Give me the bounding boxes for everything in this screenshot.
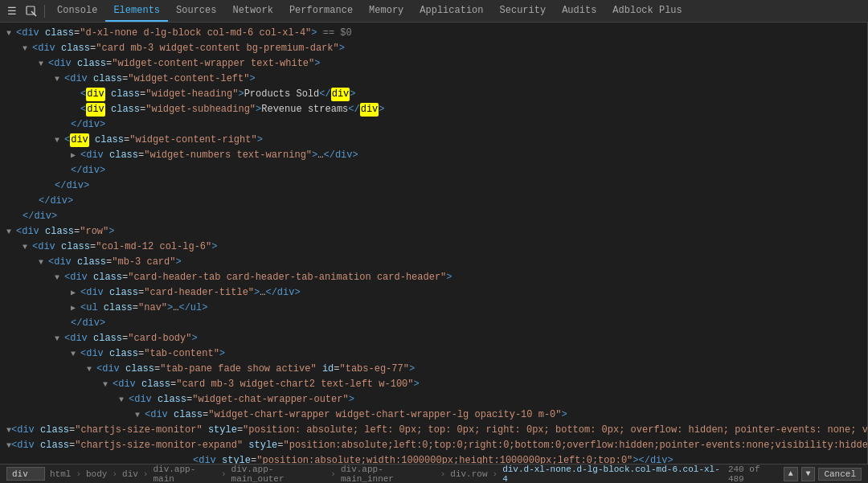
tab-bar: Console Elements Sources Network Perform… xyxy=(49,0,865,22)
code-line[interactable]: </div> xyxy=(0,316,867,331)
bc6: div.app-main_inner xyxy=(341,465,436,484)
bc3: div xyxy=(122,469,138,479)
expand-arrow[interactable] xyxy=(55,133,64,147)
code-line[interactable]: <div class="chartjs-size-monitor" style=… xyxy=(0,423,867,438)
expand-arrow[interactable] xyxy=(71,149,80,162)
tab-adblock[interactable]: Adblock Plus xyxy=(604,0,690,22)
code-line[interactable]: <div class="tab-pane fade show active" i… xyxy=(0,362,867,377)
expand-arrow[interactable] xyxy=(135,408,145,422)
expand-arrow[interactable] xyxy=(87,362,96,376)
code-line[interactable]: <div class="widget-content-wrapper text-… xyxy=(0,56,867,72)
tab-network[interactable]: Network xyxy=(224,0,280,22)
bc7: div.row xyxy=(450,469,487,479)
code-line[interactable]: </div> xyxy=(0,163,867,178)
tab-elements[interactable]: Elements xyxy=(105,0,168,22)
tab-console[interactable]: Console xyxy=(49,0,105,22)
expand-arrow[interactable] xyxy=(71,347,80,361)
code-line[interactable]: <div class="card-header-title" > … </div… xyxy=(0,285,867,301)
code-line[interactable]: </div> xyxy=(0,117,867,133)
expand-arrow[interactable] xyxy=(55,332,64,346)
bc2: body xyxy=(86,469,107,479)
expand-arrow[interactable] xyxy=(103,378,113,391)
bc8: div.d-xl-none.d-lg-block.col-md-6.col-xl… xyxy=(502,465,723,484)
code-line[interactable]: <div class="widget-content-left" > xyxy=(0,72,867,87)
filter-input[interactable] xyxy=(6,467,45,481)
code-line[interactable]: <div class="card mb-3 widget-content bg-… xyxy=(0,41,867,56)
inspect-icon[interactable] xyxy=(23,2,40,20)
nav-controls: 240 of 489 ▲ ▼ Cancel xyxy=(728,465,862,484)
code-line[interactable]: <div class="chartjs-size-monitor-expand"… xyxy=(0,438,867,453)
svg-line-1 xyxy=(31,11,36,16)
code-line[interactable]: <div class="col-md-12 col-lg-6" > xyxy=(0,239,867,255)
code-line[interactable]: <div class="mb-3 card" > xyxy=(0,255,867,270)
expand-arrow[interactable] xyxy=(71,301,80,315)
code-line[interactable]: <div class="widget-content-right" > xyxy=(0,133,867,148)
devtools-menu-icon[interactable]: ☰ xyxy=(3,2,21,20)
code-line[interactable]: <div class="widget-heading" > Products S… xyxy=(0,87,867,102)
code-line[interactable]: <div class="widget-chart-wrapper widget-… xyxy=(0,407,867,423)
code-line[interactable]: <ul class="nav" > … </ul> xyxy=(0,301,867,316)
code-line[interactable]: </div> xyxy=(0,178,867,194)
tab-application[interactable]: Application xyxy=(411,0,491,22)
expand-arrow[interactable] xyxy=(6,27,16,40)
code-line[interactable]: <div class="row" > xyxy=(0,224,867,239)
code-line[interactable]: <div class="widget-subheading" > Revenue… xyxy=(0,102,867,117)
code-line[interactable]: <div class="card mb-3 widget-chart2 text… xyxy=(0,377,867,392)
code-line[interactable]: <div class="widget-numbers text-warning"… xyxy=(0,148,867,163)
expand-arrow[interactable] xyxy=(55,271,64,284)
code-line[interactable]: </div> xyxy=(0,209,867,224)
breadcrumb-path: html xyxy=(50,469,71,479)
tab-audits[interactable]: Audits xyxy=(554,0,604,22)
next-button[interactable]: ▼ xyxy=(801,467,816,481)
code-line[interactable]: <div class="card-body" > xyxy=(0,331,867,346)
code-line[interactable]: <div class="card-header-tab card-header-… xyxy=(0,270,867,285)
tab-memory[interactable]: Memory xyxy=(361,0,411,22)
expand-arrow[interactable] xyxy=(39,57,48,71)
cancel-button[interactable]: Cancel xyxy=(818,468,862,481)
code-line[interactable]: <div class="tab-content" > xyxy=(0,346,867,362)
tab-sources[interactable]: Sources xyxy=(168,0,224,22)
tab-performance[interactable]: Performance xyxy=(281,0,361,22)
bc4: div.app-main xyxy=(153,465,216,484)
devtools-toolbar: ☰ Console Elements Sources Network Perfo… xyxy=(0,0,868,23)
result-count: 240 of 489 xyxy=(728,465,780,484)
code-line[interactable]: <div class="d-xl-none d-lg-block col-md-… xyxy=(0,26,867,41)
bc5: div.app-main_outer xyxy=(231,465,326,484)
elements-panel: <div class="d-xl-none d-lg-block col-md-… xyxy=(0,23,868,483)
expand-arrow[interactable] xyxy=(119,393,129,407)
expand-arrow[interactable] xyxy=(71,286,80,300)
expand-arrow[interactable] xyxy=(23,240,32,254)
expand-arrow[interactable] xyxy=(6,225,16,239)
code-line[interactable]: <div class="widget-chat-wrapper-outer" > xyxy=(0,392,867,407)
expand-arrow[interactable] xyxy=(39,256,48,269)
expand-arrow[interactable] xyxy=(55,72,64,86)
prev-button[interactable]: ▲ xyxy=(784,467,798,481)
filter-bar: html › body › div › div.app-main › div.a… xyxy=(0,464,868,483)
toolbar-separator xyxy=(44,5,45,18)
tab-security[interactable]: Security xyxy=(492,0,555,22)
code-line[interactable]: </div> xyxy=(0,194,867,209)
expand-arrow[interactable] xyxy=(23,42,32,55)
